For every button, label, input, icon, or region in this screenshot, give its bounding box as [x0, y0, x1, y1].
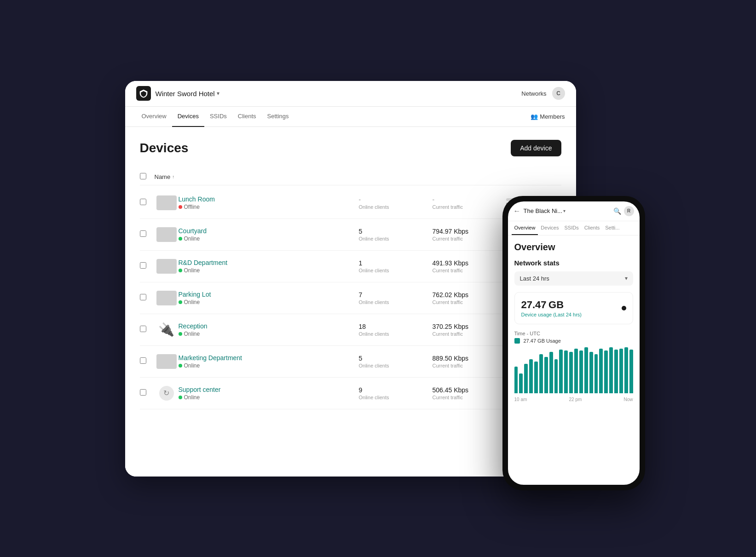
- chart-bar: [584, 347, 588, 393]
- device-name[interactable]: Marketing Department: [179, 354, 359, 362]
- traffic-cell: 370.25 Kbps Current traffic: [433, 323, 506, 337]
- status-dot: [179, 332, 182, 336]
- members-button[interactable]: 👥 Members: [531, 113, 565, 120]
- traffic-label: Current traffic: [433, 204, 506, 210]
- clients-label: Online clients: [359, 395, 433, 400]
- clients-cell: 9 Online clients: [359, 386, 433, 400]
- phone-nav-tabs: Overview Devices SSIDs Clients Setti...: [508, 221, 640, 235]
- traffic-value: 762.02 Kbps: [433, 291, 506, 299]
- clients-label: Online clients: [359, 363, 433, 368]
- device-name[interactable]: Courtyard: [179, 227, 359, 235]
- chart-bar: [544, 357, 548, 393]
- router-icon: 🔌: [158, 322, 174, 337]
- status-dot: [179, 300, 182, 304]
- row-checkbox[interactable]: [140, 230, 155, 239]
- device-name[interactable]: R&D Department: [179, 259, 359, 266]
- page-title: Devices: [140, 141, 189, 155]
- status-dot: [179, 364, 182, 368]
- device-info: Parking Lot Online: [179, 291, 359, 305]
- traffic-label: Current traffic: [433, 363, 506, 368]
- phone-search-button[interactable]: 🔍: [613, 207, 621, 215]
- chart-legend: 27.47 GB Usage: [514, 338, 633, 344]
- chart-bar: [554, 359, 558, 393]
- tab-settings[interactable]: Settings: [262, 107, 294, 127]
- select-all-checkbox[interactable]: [140, 173, 155, 181]
- chart-bar: [534, 362, 538, 393]
- device-placeholder-icon: [156, 195, 177, 210]
- time-dropdown-label: Last 24 hrs: [520, 275, 549, 282]
- table-row: 🔌 Reception Online 18 Online clients 370…: [140, 314, 561, 346]
- chart-bar: [514, 367, 518, 393]
- phone-avatar[interactable]: R: [624, 206, 634, 216]
- traffic-value: 889.50 Kbps: [433, 355, 506, 362]
- stats-card: 27.47 GB Device usage (Last 24 hrs): [514, 292, 633, 324]
- chart-bar: [619, 349, 623, 393]
- device-info: R&D Department Online: [179, 259, 359, 274]
- traffic-cell: 506.45 Kbps Current traffic: [433, 386, 506, 400]
- chart-label-start: 10 am: [514, 397, 527, 402]
- traffic-value: 506.45 Kbps: [433, 386, 506, 394]
- tab-overview[interactable]: Overview: [136, 107, 172, 127]
- tab-ssids[interactable]: SSIDs: [204, 107, 232, 127]
- chart-bar: [549, 352, 553, 393]
- device-name[interactable]: Support center: [179, 386, 359, 393]
- tab-devices[interactable]: Devices: [172, 107, 204, 127]
- device-info: Lunch Room Offline: [179, 195, 359, 210]
- table-row: R&D Department Online 1 Online clients 4…: [140, 251, 561, 282]
- chart-label-mid: 22 pm: [569, 397, 582, 402]
- org-name: Winter Sword Hotel: [156, 90, 215, 98]
- chart-x-labels: 10 am 22 pm Now: [514, 397, 633, 402]
- traffic-value: 491.93 Kbps: [433, 259, 506, 267]
- row-checkbox[interactable]: [140, 294, 155, 302]
- col-name-header[interactable]: Name ↑: [155, 173, 561, 180]
- phone-screen: ← The Black Ni... ▾ 🔍 R Overview Devices…: [508, 201, 640, 485]
- clients-cell: 1 Online clients: [359, 259, 433, 273]
- traffic-label: Current traffic: [433, 395, 506, 400]
- chart-bar: [539, 354, 543, 393]
- phone-tab-overview[interactable]: Overview: [512, 221, 538, 235]
- status-label: Online: [184, 299, 200, 305]
- clients-label: Online clients: [359, 268, 433, 273]
- device-icon-cell: [155, 289, 179, 307]
- avatar[interactable]: C: [552, 87, 565, 100]
- traffic-cell: - Current traffic: [433, 196, 506, 210]
- device-status: Online: [179, 235, 359, 242]
- row-checkbox[interactable]: [140, 199, 155, 207]
- phone-org-chevron-icon[interactable]: ▾: [563, 208, 566, 213]
- time-range-dropdown[interactable]: Last 24 hrs ▾: [514, 271, 633, 286]
- chart-bar: [589, 352, 593, 393]
- device-name[interactable]: Parking Lot: [179, 291, 359, 298]
- phone-tab-clients[interactable]: Clients: [582, 221, 603, 235]
- phone-tab-settings[interactable]: Setti...: [602, 221, 622, 235]
- org-chevron-icon[interactable]: ▾: [217, 90, 219, 97]
- row-checkbox[interactable]: [140, 389, 155, 397]
- status-label: Offline: [184, 204, 200, 210]
- phone-device: ← The Black Ni... ▾ 🔍 R Overview Devices…: [502, 196, 645, 490]
- traffic-label: Current traffic: [433, 331, 506, 337]
- device-name[interactable]: Reception: [179, 322, 359, 330]
- row-checkbox[interactable]: [140, 326, 155, 334]
- traffic-cell: 794.97 Kbps Current traffic: [433, 228, 506, 241]
- row-checkbox[interactable]: [140, 357, 155, 366]
- tab-clients[interactable]: Clients: [232, 107, 262, 127]
- traffic-cell: 491.93 Kbps Current traffic: [433, 259, 506, 273]
- sort-icon: ↑: [172, 174, 174, 179]
- status-label: Online: [184, 235, 200, 242]
- app-header: Winter Sword Hotel ▾ Networks C: [125, 81, 576, 107]
- chart-bar: [624, 347, 628, 393]
- phone-tab-ssids[interactable]: SSIDs: [561, 221, 581, 235]
- phone-tab-devices[interactable]: Devices: [538, 221, 561, 235]
- phone-back-button[interactable]: ←: [514, 207, 521, 215]
- networks-button[interactable]: Networks: [521, 90, 546, 97]
- bar-chart: [514, 347, 633, 393]
- status-dot: [179, 205, 182, 209]
- device-icon-cell: [155, 257, 179, 276]
- stats-value-display: 27.47 GB: [521, 299, 582, 311]
- add-device-button[interactable]: Add device: [511, 140, 561, 156]
- row-checkbox[interactable]: [140, 262, 155, 270]
- device-rows: Lunch Room Offline - Online clients - Cu…: [140, 187, 561, 409]
- chart-bar: [569, 352, 573, 393]
- device-name[interactable]: Lunch Room: [179, 195, 359, 203]
- device-placeholder-icon: [156, 354, 177, 369]
- traffic-dash: -: [433, 196, 506, 203]
